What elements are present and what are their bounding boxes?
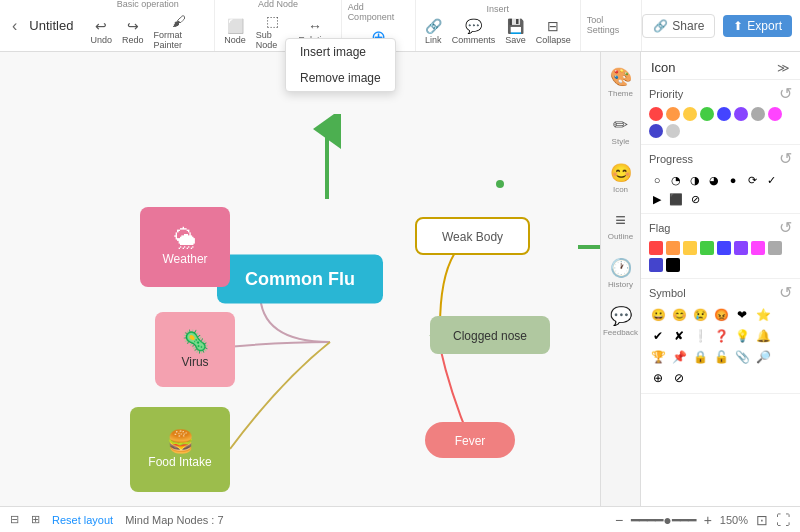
undo-button[interactable]: ↩Undo: [87, 16, 115, 47]
symbol-cell[interactable]: 😡: [712, 306, 730, 324]
progress-item[interactable]: ⬛: [668, 191, 684, 207]
remove-image-item[interactable]: Remove image: [286, 65, 395, 91]
color-dot[interactable]: [734, 107, 748, 121]
symbol-cell[interactable]: 📎: [733, 348, 751, 366]
symbol-cell[interactable]: ✔: [649, 327, 667, 345]
insert-items: 🔗Link 💬Comments 💾Save ⊟Collapse: [422, 16, 574, 47]
toolbar: ‹ Untitled Basic operation ↩Undo ↪Redo 🖌…: [0, 0, 800, 52]
progress-item[interactable]: ▶: [649, 191, 665, 207]
flag-color-dot[interactable]: [700, 241, 714, 255]
sidebar-item-feedback[interactable]: 💬 Feedback: [601, 299, 640, 343]
symbol-cell[interactable]: 📌: [670, 348, 688, 366]
symbol-cell[interactable]: 💡: [733, 327, 751, 345]
color-dot[interactable]: [717, 107, 731, 121]
progress-item[interactable]: ⊘: [687, 191, 703, 207]
insert-image-item[interactable]: Insert image: [286, 39, 395, 65]
node-fever[interactable]: Fever: [425, 422, 515, 458]
progress-item[interactable]: ◕: [706, 172, 722, 188]
export-button[interactable]: ⬆ Export: [723, 15, 792, 37]
bottom-icon-1[interactable]: ⊟: [10, 513, 19, 526]
progress-item[interactable]: ✓: [763, 172, 779, 188]
central-node[interactable]: Common Flu: [217, 255, 383, 304]
zoom-out-button[interactable]: −: [615, 512, 623, 528]
nodes-info: Mind Map Nodes : 7: [125, 514, 223, 526]
node-food[interactable]: 🍔 Food Intake: [130, 407, 230, 492]
panel-collapse-button[interactable]: ≫: [777, 61, 790, 75]
sidebar-item-style[interactable]: ✏ Style: [601, 108, 640, 152]
flag-color-dot[interactable]: [734, 241, 748, 255]
symbol-cell[interactable]: ❓: [712, 327, 730, 345]
virus-label: Virus: [181, 355, 208, 369]
node-virus[interactable]: 🦠 Virus: [155, 312, 235, 387]
sidebar-item-theme[interactable]: 🎨 Theme: [601, 60, 640, 104]
color-dot[interactable]: [649, 107, 663, 121]
symbol-cell[interactable]: ⊘: [670, 369, 688, 387]
zoom-slider[interactable]: ━━━━●━━━: [631, 512, 695, 528]
comments-button[interactable]: 💬Comments: [449, 16, 499, 47]
redo-button[interactable]: ↪Redo: [119, 16, 147, 47]
share-button[interactable]: 🔗 Share: [642, 14, 715, 38]
format-painter-button[interactable]: 🖌Format Painter: [150, 11, 208, 52]
flag-color-dot[interactable]: [666, 241, 680, 255]
color-dot[interactable]: [700, 107, 714, 121]
symbol-cell[interactable]: 😢: [691, 306, 709, 324]
symbol-cell[interactable]: 🔔: [754, 327, 772, 345]
flag-color-dot[interactable]: [666, 258, 680, 272]
fever-label: Fever: [455, 434, 486, 448]
save-button[interactable]: 💾Save: [502, 16, 529, 47]
node-button[interactable]: ⬜Node: [221, 16, 249, 47]
node-weakbody[interactable]: Weak Body: [415, 217, 530, 255]
flag-color-dot[interactable]: [751, 241, 765, 255]
progress-item[interactable]: ●: [725, 172, 741, 188]
color-dot[interactable]: [649, 124, 663, 138]
bottom-bar: ⊟ ⊞ Reset layout Mind Map Nodes : 7 − ━━…: [0, 506, 800, 532]
node-weather[interactable]: 🌦 Weather: [140, 207, 230, 287]
progress-item[interactable]: ◔: [668, 172, 684, 188]
flag-color-dot[interactable]: [768, 241, 782, 255]
collapse-button[interactable]: ⊟Collapse: [533, 16, 574, 47]
link-button[interactable]: 🔗Link: [422, 16, 445, 47]
flag-color-dot[interactable]: [717, 241, 731, 255]
color-dot[interactable]: [666, 107, 680, 121]
sidebar-item-history[interactable]: 🕐 History: [601, 251, 640, 295]
color-dot[interactable]: [666, 124, 680, 138]
symbol-reset-button[interactable]: ↺: [779, 285, 792, 301]
symbol-cell[interactable]: ⊕: [649, 369, 667, 387]
insert-image-dropdown: Insert image Remove image: [285, 38, 396, 92]
back-button[interactable]: ‹: [8, 13, 21, 39]
symbol-cell[interactable]: 🔎: [754, 348, 772, 366]
flag-reset-button[interactable]: ↺: [779, 220, 792, 236]
symbol-cell[interactable]: ✘: [670, 327, 688, 345]
bottom-icon-2[interactable]: ⊞: [31, 513, 40, 526]
symbol-cell[interactable]: 😊: [670, 306, 688, 324]
color-dot[interactable]: [751, 107, 765, 121]
zoom-in-button[interactable]: +: [704, 512, 712, 528]
symbol-cell[interactable]: ❕: [691, 327, 709, 345]
fit-screen-button[interactable]: ⊡: [756, 512, 768, 528]
color-dot[interactable]: [683, 107, 697, 121]
progress-reset-button[interactable]: ↺: [779, 151, 792, 167]
progress-item[interactable]: ⟳: [744, 172, 760, 188]
weather-label: Weather: [162, 252, 207, 266]
color-dot[interactable]: [768, 107, 782, 121]
symbol-cell[interactable]: 🏆: [649, 348, 667, 366]
symbol-cell[interactable]: 🔒: [691, 348, 709, 366]
main-content: Common Flu 🌦 Weather 🦠 Virus 🍔 Food Inta…: [0, 52, 800, 506]
symbol-cell[interactable]: ⭐: [754, 306, 772, 324]
symbol-cell[interactable]: 🔓: [712, 348, 730, 366]
symbol-cell[interactable]: 😀: [649, 306, 667, 324]
flag-color-dot[interactable]: [649, 241, 663, 255]
priority-reset-button[interactable]: ↺: [779, 86, 792, 102]
sidebar-item-icon[interactable]: 😊 Icon: [601, 156, 640, 200]
reset-layout-button[interactable]: Reset layout: [52, 514, 113, 526]
progress-item[interactable]: ◑: [687, 172, 703, 188]
sidebar-icons: 🎨 Theme ✏ Style 😊 Icon ≡ Outline 🕐 Histo…: [600, 52, 640, 506]
node-cloggednose[interactable]: Clogged nose: [430, 316, 550, 354]
canvas-area[interactable]: Common Flu 🌦 Weather 🦠 Virus 🍔 Food Inta…: [0, 52, 600, 506]
progress-item[interactable]: ○: [649, 172, 665, 188]
flag-color-dot[interactable]: [649, 258, 663, 272]
fullscreen-button[interactable]: ⛶: [776, 512, 790, 528]
sidebar-item-outline[interactable]: ≡ Outline: [601, 204, 640, 247]
symbol-cell[interactable]: ❤: [733, 306, 751, 324]
flag-color-dot[interactable]: [683, 241, 697, 255]
